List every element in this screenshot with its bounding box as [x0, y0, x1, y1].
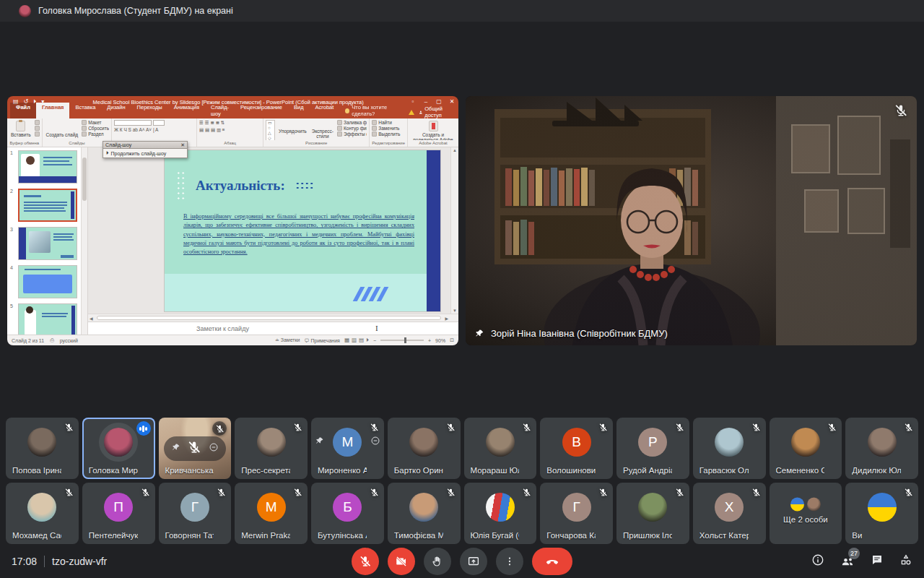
- participant-tile[interactable]: ВВолошинович ...: [540, 418, 613, 479]
- avatar: П: [104, 493, 133, 522]
- resume-slideshow-button[interactable]: ⏵ Продолжить слайд-шоу: [103, 149, 188, 158]
- participant-tile[interactable]: ППентелейчук ...: [82, 483, 155, 544]
- ppt-tab-8[interactable]: Вид: [288, 103, 310, 118]
- new-slide-button[interactable]: Создать слайд: [45, 120, 80, 138]
- participant-tile[interactable]: ММироненко Ал...: [311, 418, 384, 479]
- language-label[interactable]: русский: [60, 338, 78, 343]
- font-format-buttons[interactable]: Ж К Ч S ab A˄ A˅ | A: [114, 127, 158, 133]
- adobe-pdf-button[interactable]: Создать и поделиться Adobe PDF: [410, 120, 456, 140]
- quick-styles-button[interactable]: Экспресс-стили: [310, 120, 335, 139]
- participant-tile[interactable]: Мохамед Саєд...: [6, 483, 79, 544]
- activities-button[interactable]: [899, 553, 912, 569]
- people-button[interactable]: 27: [840, 554, 855, 569]
- thumbnail-scrollbar[interactable]: [81, 147, 87, 335]
- participant-tile[interactable]: Тимофієва Мар...: [388, 483, 461, 544]
- ppt-tab-1[interactable]: Главная: [36, 103, 70, 118]
- align-buttons[interactable]: ▤ ▤ ▤ ▥ ≡: [199, 127, 225, 133]
- more-options-button[interactable]: [496, 548, 523, 575]
- remove-icon[interactable]: [370, 436, 380, 449]
- shape-effects-button[interactable]: Эффекты фигуры: [337, 131, 367, 137]
- participant-tile[interactable]: Морараш Юлі...: [464, 418, 537, 479]
- spellcheck-icon[interactable]: ⎙: [50, 337, 54, 343]
- view-buttons[interactable]: ▦▥▤⏵: [344, 337, 369, 344]
- webcam-tile[interactable]: Зорій Ніна Іванівна (Співробітник БДМУ): [466, 96, 917, 345]
- share-access-button[interactable]: Общий доступ: [419, 105, 454, 118]
- participant-tile[interactable]: Ще 2 особи: [770, 483, 842, 544]
- slide-thumbnail-3[interactable]: 3: [10, 227, 79, 260]
- ppt-tab-7[interactable]: Рецензирование: [235, 103, 288, 118]
- participant-tile[interactable]: Юлія Бугай (С...: [464, 483, 537, 544]
- select-button[interactable]: Выделить: [372, 131, 400, 137]
- arrange-button[interactable]: Упорядочить: [277, 120, 308, 134]
- ppt-tab-9[interactable]: Acrobat: [310, 103, 340, 118]
- pin-icon[interactable]: [171, 442, 180, 455]
- participant-tile[interactable]: Бартко Орина ...: [388, 418, 461, 479]
- floating-close-icon[interactable]: ✕: [180, 142, 185, 148]
- ppt-tab-4[interactable]: Переходы: [131, 103, 168, 118]
- raise-hand-button[interactable]: [424, 548, 451, 575]
- participant-tile[interactable]: MMerwin Prakas...: [235, 483, 308, 544]
- participant-tile[interactable]: Дидилюк Юлі...: [845, 418, 918, 479]
- cut-icon[interactable]: [35, 120, 40, 125]
- remove-icon[interactable]: [209, 442, 219, 455]
- participant-tile[interactable]: Ви: [845, 483, 918, 544]
- shapes-gallery[interactable]: ▭ ○ △ ◇ ⬠ ☆ ⌒ ⟋ ⌐ ◠ ✣ ✦: [266, 120, 275, 140]
- shape-fill-button[interactable]: Заливка фигуры: [337, 120, 367, 125]
- present-button[interactable]: [460, 548, 487, 575]
- ppt-tab-2[interactable]: Вставка: [69, 103, 101, 118]
- comments-toggle[interactable]: 🗩 Примечания: [305, 338, 340, 343]
- zoom-slider[interactable]: [380, 340, 424, 341]
- info-button[interactable]: [811, 553, 824, 569]
- participant-tile[interactable]: Пришлюк Ілон...: [616, 483, 689, 544]
- slide-thumbnail-4[interactable]: 4: [10, 265, 79, 298]
- mic-button[interactable]: [352, 548, 379, 575]
- shape-outline-button[interactable]: Контур фигуры: [337, 126, 367, 131]
- slideshow-floating-panel[interactable]: Слайд-шоу ✕ ⏵ Продолжить слайд-шоу: [103, 141, 188, 158]
- arrange-icon: [289, 121, 296, 128]
- slide-thumbnail-2[interactable]: 2: [10, 189, 79, 222]
- ppt-tab-5[interactable]: Анимация: [168, 103, 205, 118]
- participant-tile[interactable]: Прес-секрета...: [235, 418, 308, 479]
- section-button[interactable]: Раздел: [82, 131, 109, 137]
- font-name-box[interactable]: [114, 120, 152, 126]
- slide[interactable]: Актуальність: В інформаційному середовищ…: [165, 150, 440, 311]
- participant-tile[interactable]: ГГончарова Кат...: [540, 483, 613, 544]
- tellme-box[interactable]: Что вы хотите сделать?: [339, 103, 408, 118]
- notes-pane[interactable]: Заметки к слайду I: [88, 322, 458, 335]
- horizontal-scrollbar[interactable]: ◀▶: [88, 314, 458, 322]
- camera-button[interactable]: [388, 548, 415, 575]
- ppt-tab-6[interactable]: Слайд-шоу: [205, 103, 235, 118]
- find-button[interactable]: Найти: [372, 120, 400, 125]
- participant-tile[interactable]: XХольст Катери...: [693, 483, 766, 544]
- vertical-scrollbar[interactable]: ▲▼: [450, 147, 458, 314]
- participant-tile[interactable]: ББутулінська А...: [311, 483, 384, 544]
- zoom-in-icon[interactable]: +: [428, 338, 431, 343]
- participant-tile[interactable]: Головка Миро...: [82, 418, 155, 479]
- list-buttons[interactable]: ☰ ☰ ≣ ≣ ⇅: [199, 120, 225, 126]
- format-painter-icon[interactable]: [35, 131, 40, 137]
- replace-button[interactable]: Заменить: [372, 126, 400, 131]
- slide-thumbnail-1[interactable]: 1: [10, 150, 79, 184]
- copy-icon[interactable]: [35, 126, 40, 131]
- chat-button[interactable]: [871, 553, 884, 569]
- slide-thumbnail-5[interactable]: 5: [10, 303, 79, 335]
- reset-button[interactable]: Сбросить: [82, 126, 109, 131]
- pin-icon[interactable]: [315, 436, 324, 449]
- layout-button[interactable]: Макет: [82, 120, 109, 125]
- ppt-tab-0[interactable]: Файл: [10, 103, 36, 118]
- zoom-out-icon[interactable]: −: [373, 338, 376, 343]
- participant-tile[interactable]: Семененко Сві...: [770, 418, 842, 479]
- end-call-button[interactable]: [532, 548, 572, 575]
- ppt-tab-3[interactable]: Дизайн: [101, 103, 131, 118]
- zoom-level[interactable]: 90%: [435, 338, 445, 343]
- participant-tile[interactable]: Гарвасюк Олек...: [693, 418, 766, 479]
- participant-tile[interactable]: ГГоворнян Тать...: [159, 483, 232, 544]
- font-size-box[interactable]: [153, 120, 165, 126]
- screen-share-tile[interactable]: ▤ ↺ ⏵ ▾ Medical School Bioethics Center …: [7, 96, 458, 345]
- notes-toggle[interactable]: ≐ Заметки: [275, 337, 300, 343]
- fit-slide-icon[interactable]: ⊡: [450, 337, 454, 343]
- participant-tile[interactable]: Кривчанська ...: [159, 418, 232, 479]
- participant-tile[interactable]: Попова Ірина ...: [6, 418, 79, 479]
- participant-tile[interactable]: РРудой Андріан...: [616, 418, 689, 479]
- paste-button[interactable]: Вставить: [9, 120, 32, 138]
